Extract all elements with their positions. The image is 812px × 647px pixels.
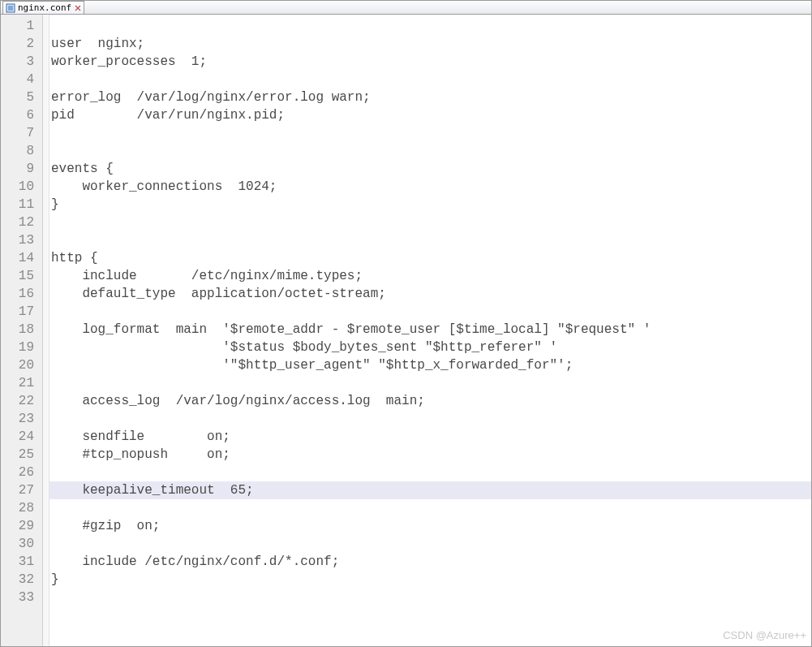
code-line[interactable]: #tcp_nopush on; — [49, 446, 811, 464]
code-line[interactable]: include /etc/nginx/conf.d/*.conf; — [49, 553, 811, 571]
code-line[interactable]: include /etc/nginx/mime.types; — [49, 267, 811, 285]
line-number: 2 — [1, 35, 42, 53]
code-line[interactable]: } — [49, 571, 811, 589]
code-line[interactable] — [49, 589, 811, 606]
code-line[interactable] — [49, 142, 811, 160]
watermark: CSDN @Azure++ — [723, 627, 806, 645]
line-number: 16 — [1, 285, 42, 303]
line-number: 28 — [1, 499, 42, 517]
line-number: 9 — [1, 160, 42, 178]
line-number: 25 — [1, 446, 42, 464]
code-line[interactable]: pid /var/run/nginx.pid; — [49, 106, 811, 124]
code-line[interactable]: log_format main '$remote_addr - $remote_… — [49, 321, 811, 339]
line-number: 18 — [1, 321, 42, 339]
code-line[interactable]: } — [49, 196, 811, 214]
code-line[interactable]: worker_connections 1024; — [49, 178, 811, 196]
code-line[interactable] — [49, 410, 811, 428]
code-line[interactable] — [49, 124, 811, 142]
code-line[interactable]: events { — [49, 160, 811, 178]
code-line[interactable]: http { — [49, 249, 811, 267]
code-line[interactable]: error_log /var/log/nginx/error.log warn; — [49, 88, 811, 106]
code-line[interactable] — [49, 71, 811, 88]
code-line[interactable] — [49, 499, 811, 517]
line-number: 14 — [1, 249, 42, 267]
code-line[interactable] — [49, 231, 811, 249]
line-number: 31 — [1, 553, 42, 571]
line-number: 29 — [1, 517, 42, 535]
tab-bar: nginx.conf — [1, 1, 811, 15]
line-number: 8 — [1, 142, 42, 160]
code-line[interactable] — [49, 374, 811, 392]
line-number: 10 — [1, 178, 42, 196]
line-number-gutter: 1234567891011121314151617181920212223242… — [1, 15, 43, 646]
line-number: 7 — [1, 124, 42, 142]
code-line[interactable]: keepalive_timeout 65; — [49, 481, 811, 499]
line-number: 27 — [1, 481, 42, 499]
line-number: 5 — [1, 88, 42, 106]
code-line[interactable]: user nginx; — [49, 35, 811, 53]
line-number: 13 — [1, 231, 42, 249]
line-number: 19 — [1, 339, 42, 356]
line-number: 22 — [1, 392, 42, 410]
line-number: 1 — [1, 17, 42, 35]
editor-window: nginx.conf 12345678910111213141516171819… — [0, 0, 812, 647]
line-number: 17 — [1, 303, 42, 321]
code-line[interactable]: '"$http_user_agent" "$http_x_forwarded_f… — [49, 356, 811, 374]
line-number: 20 — [1, 356, 42, 374]
code-line[interactable]: access_log /var/log/nginx/access.log mai… — [49, 392, 811, 410]
code-line[interactable]: default_type application/octet-stream; — [49, 285, 811, 303]
line-number: 24 — [1, 428, 42, 446]
tab-label: nginx.conf — [18, 2, 71, 13]
line-number: 11 — [1, 196, 42, 214]
editor-area[interactable]: 1234567891011121314151617181920212223242… — [1, 15, 811, 646]
line-number: 4 — [1, 71, 42, 88]
code-line[interactable]: '$status $body_bytes_sent "$http_referer… — [49, 339, 811, 356]
line-number: 6 — [1, 106, 42, 124]
line-number: 3 — [1, 53, 42, 71]
line-number: 15 — [1, 267, 42, 285]
line-number: 33 — [1, 589, 42, 606]
fold-margin — [43, 15, 49, 646]
line-number: 21 — [1, 374, 42, 392]
line-number: 23 — [1, 410, 42, 428]
file-tab[interactable]: nginx.conf — [2, 1, 84, 14]
line-number: 30 — [1, 535, 42, 553]
close-icon[interactable] — [74, 4, 82, 12]
code-line[interactable] — [49, 535, 811, 553]
code-line[interactable] — [49, 303, 811, 321]
line-number: 12 — [1, 214, 42, 231]
code-line[interactable] — [49, 214, 811, 231]
code-line[interactable]: #gzip on; — [49, 517, 811, 535]
code-line[interactable] — [49, 17, 811, 35]
code-line[interactable]: worker_processes 1; — [49, 53, 811, 71]
code-line[interactable]: sendfile on; — [49, 428, 811, 446]
code-content[interactable]: user nginx;worker_processes 1;error_log … — [49, 15, 811, 646]
code-line[interactable] — [49, 464, 811, 481]
line-number: 26 — [1, 464, 42, 481]
file-icon — [6, 3, 15, 13]
line-number: 32 — [1, 571, 42, 589]
